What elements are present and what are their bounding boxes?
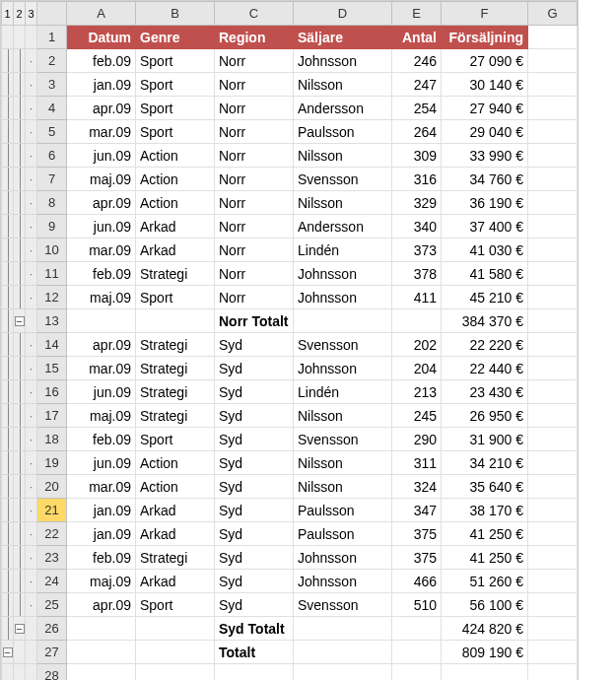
cell-sales[interactable]: 27 940 € — [442, 97, 528, 120]
cell-sales[interactable]: 41 580 € — [442, 262, 528, 286]
cell-date[interactable]: apr.09 — [67, 191, 136, 215]
cell-region[interactable]: Syd — [215, 570, 294, 593]
cell-date[interactable]: apr.09 — [67, 593, 136, 617]
cell-region[interactable]: Norr — [215, 120, 294, 144]
cell[interactable] — [528, 262, 578, 286]
col-header-F[interactable]: F — [442, 2, 528, 26]
subtotal-label[interactable]: Norr Totalt — [215, 309, 294, 333]
cell[interactable] — [528, 664, 578, 681]
cell[interactable] — [294, 664, 392, 681]
cell-date[interactable]: maj.09 — [67, 286, 136, 309]
cell[interactable] — [528, 26, 578, 49]
cell-region[interactable]: Syd — [215, 357, 294, 380]
cell-date[interactable]: feb.09 — [67, 49, 136, 73]
row-header-26[interactable]: 26 — [37, 617, 67, 641]
header-qty[interactable]: Antal — [392, 26, 442, 49]
row-header-22[interactable]: 22 — [37, 522, 67, 546]
cell-date[interactable]: maj.09 — [67, 168, 136, 191]
cell-date[interactable]: maj.09 — [67, 570, 136, 593]
row-header-11[interactable]: 11 — [37, 262, 67, 286]
row-header-18[interactable]: 18 — [37, 428, 67, 451]
cell-seller[interactable]: Paulsson — [294, 499, 392, 522]
cell-region[interactable]: Syd — [215, 499, 294, 522]
row-header-9[interactable]: 9 — [37, 215, 67, 238]
cell-seller[interactable]: Svensson — [294, 428, 392, 451]
subtotal-label[interactable]: Totalt — [215, 641, 294, 664]
cell-seller[interactable]: Nilsson — [294, 404, 392, 428]
row-header-1[interactable]: 1 — [37, 26, 67, 49]
row-header-6[interactable]: 6 — [37, 144, 67, 168]
cell-seller[interactable]: Nilsson — [294, 73, 392, 97]
cell-seller[interactable]: Svensson — [294, 168, 392, 191]
cell-sales[interactable]: 41 030 € — [442, 238, 528, 262]
col-header-C[interactable]: C — [215, 2, 294, 26]
header-seller[interactable]: Säljare — [294, 26, 392, 49]
row-header-8[interactable]: 8 — [37, 191, 67, 215]
cell-region[interactable]: Syd — [215, 522, 294, 546]
cell[interactable] — [528, 215, 578, 238]
cell-region[interactable]: Norr — [215, 97, 294, 120]
cell-region[interactable]: Syd — [215, 451, 294, 475]
row-header-2[interactable]: 2 — [37, 49, 67, 73]
cell-date[interactable]: feb.09 — [67, 262, 136, 286]
cell-qty[interactable]: 264 — [392, 120, 442, 144]
cell[interactable] — [528, 144, 578, 168]
cell-genre[interactable]: Sport — [136, 593, 215, 617]
cell-date[interactable]: jan.09 — [67, 499, 136, 522]
cell-qty[interactable]: 466 — [392, 570, 442, 593]
cell[interactable] — [392, 641, 442, 664]
row-header-12[interactable]: 12 — [37, 286, 67, 309]
cell-region[interactable]: Norr — [215, 73, 294, 97]
row-header-17[interactable]: 17 — [37, 404, 67, 428]
cell-date[interactable]: mar.09 — [67, 238, 136, 262]
cell-genre[interactable]: Strategi — [136, 262, 215, 286]
cell-date[interactable]: jun.09 — [67, 215, 136, 238]
cell-region[interactable]: Norr — [215, 191, 294, 215]
cell-sales[interactable]: 36 190 € — [442, 191, 528, 215]
cell-seller[interactable]: Johnsson — [294, 49, 392, 73]
cell-genre[interactable]: Arkad — [136, 499, 215, 522]
cell-qty[interactable]: 204 — [392, 357, 442, 380]
cell-genre[interactable]: Sport — [136, 120, 215, 144]
cell-qty[interactable]: 510 — [392, 593, 442, 617]
cell-date[interactable]: apr.09 — [67, 97, 136, 120]
cell[interactable] — [392, 617, 442, 641]
cell[interactable] — [392, 664, 442, 681]
cell-sales[interactable]: 26 950 € — [442, 404, 528, 428]
cell-seller[interactable]: Johnsson — [294, 546, 392, 570]
header-genre[interactable]: Genre — [136, 26, 215, 49]
cell-region[interactable]: Syd — [215, 593, 294, 617]
cell-genre[interactable]: Strategi — [136, 357, 215, 380]
cell-qty[interactable]: 247 — [392, 73, 442, 97]
outline-c2[interactable]: − — [14, 309, 26, 333]
cell-sales[interactable]: 34 760 € — [442, 168, 528, 191]
cell-sales[interactable]: 27 090 € — [442, 49, 528, 73]
row-header-25[interactable]: 25 — [37, 593, 67, 617]
cell-region[interactable]: Syd — [215, 428, 294, 451]
col-header-D[interactable]: D — [294, 2, 392, 26]
cell-region[interactable]: Norr — [215, 49, 294, 73]
cell[interactable] — [528, 593, 578, 617]
cell-seller[interactable]: Lindén — [294, 238, 392, 262]
cell-qty[interactable]: 309 — [392, 144, 442, 168]
cell-qty[interactable]: 373 — [392, 238, 442, 262]
cell-seller[interactable]: Svensson — [294, 593, 392, 617]
cell[interactable] — [136, 664, 215, 681]
row-header-27[interactable]: 27 — [37, 641, 67, 664]
cell-qty[interactable]: 290 — [392, 428, 442, 451]
cell[interactable] — [528, 617, 578, 641]
cell[interactable] — [528, 357, 578, 380]
cell[interactable] — [528, 309, 578, 333]
cell-sales[interactable]: 45 210 € — [442, 286, 528, 309]
cell[interactable] — [528, 97, 578, 120]
cell-region[interactable]: Norr — [215, 238, 294, 262]
row-header-3[interactable]: 3 — [37, 73, 67, 97]
cell[interactable] — [136, 617, 215, 641]
header-sales[interactable]: Försäljning — [442, 26, 528, 49]
cell[interactable] — [294, 309, 392, 333]
row-header-7[interactable]: 7 — [37, 168, 67, 191]
cell[interactable] — [528, 333, 578, 357]
cell-region[interactable]: Norr — [215, 144, 294, 168]
cell-sales[interactable]: 23 430 € — [442, 380, 528, 404]
cell-date[interactable]: mar.09 — [67, 475, 136, 499]
